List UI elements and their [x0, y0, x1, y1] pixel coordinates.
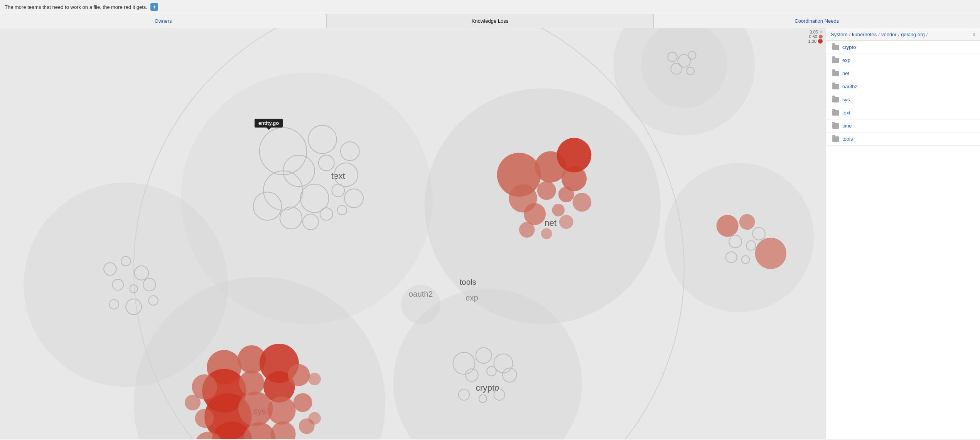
legend-dot-high — [818, 39, 823, 44]
svg-point-28 — [572, 193, 591, 212]
item-name-text: text — [842, 110, 850, 116]
tab-knowledge-loss[interactable]: Knowledge Loss — [327, 14, 653, 28]
item-name-sys: sys — [842, 97, 850, 102]
legend-item-low: 0.05 — [808, 30, 823, 34]
svg-point-58 — [308, 412, 321, 425]
bubble-chart: text net — [0, 28, 826, 439]
folder-icon-net — [832, 71, 839, 76]
svg-point-30 — [541, 228, 552, 239]
breadcrumb-kubernetes[interactable]: kubernetes — [852, 32, 877, 37]
visualization-area[interactable]: text net — [0, 28, 826, 439]
tab-owners[interactable]: Owners — [0, 14, 327, 28]
item-name-time: time — [842, 123, 852, 129]
breadcrumb-golang[interactable]: golang.org — [901, 32, 924, 37]
svg-point-27 — [552, 204, 565, 217]
svg-point-55 — [195, 409, 214, 428]
svg-point-49 — [293, 393, 312, 412]
breadcrumb-system[interactable]: System — [831, 32, 847, 37]
folder-icon-text — [832, 110, 839, 116]
item-name-crypto: crypto — [842, 44, 856, 50]
folder-icon-exp — [832, 58, 839, 63]
description-text: The more teams that need to work on a fi… — [5, 4, 147, 10]
svg-point-18 — [425, 88, 661, 324]
panel-list: crypto exp net oauth2 sys text — [826, 41, 980, 439]
legend-item-high: 1.00 — [808, 39, 823, 44]
svg-point-91 — [24, 183, 228, 387]
svg-text:tools: tools — [460, 278, 476, 286]
svg-point-57 — [308, 373, 321, 385]
folder-icon-crypto — [832, 45, 839, 50]
list-item-tools[interactable]: tools — [826, 133, 980, 146]
legend-dot-low — [820, 30, 823, 34]
breadcrumb-vendor[interactable]: vendor — [881, 32, 897, 37]
legend-value-high: 1.00 — [808, 39, 816, 44]
svg-point-79 — [717, 215, 739, 237]
svg-point-45 — [288, 364, 310, 386]
item-name-tools: tools — [842, 136, 853, 142]
breadcrumb-sep-3: / — [898, 32, 900, 37]
svg-point-25 — [558, 186, 574, 202]
svg-text:net: net — [545, 218, 557, 228]
svg-point-32 — [557, 138, 592, 173]
tab-coordination-needs[interactable]: Coordination Needs — [654, 14, 980, 28]
svg-text:crypto: crypto — [476, 383, 499, 393]
breadcrumb-close[interactable]: x — [973, 31, 975, 37]
svg-point-86 — [755, 238, 786, 269]
item-name-oauth2: oauth2 — [842, 84, 858, 89]
folder-icon-tools — [832, 136, 839, 142]
folder-icon-oauth2 — [832, 84, 839, 89]
svg-point-59 — [185, 395, 201, 411]
svg-point-78 — [665, 163, 814, 312]
list-item-crypto[interactable]: crypto — [826, 41, 980, 54]
breadcrumb-sep-4: / — [926, 32, 928, 37]
svg-point-48 — [267, 396, 295, 425]
legend-value-mid: 0.50 — [809, 34, 817, 39]
svg-point-31 — [559, 215, 573, 229]
folder-icon-time — [832, 123, 839, 129]
item-name-net: net — [842, 71, 849, 76]
legend: 0.05 0.50 1.00 — [808, 30, 823, 44]
main-content: text net — [0, 28, 980, 439]
svg-point-26 — [524, 203, 546, 225]
list-item-net[interactable]: net — [826, 67, 980, 80]
tab-bar: Owners Knowledge Loss Coordination Needs — [0, 14, 980, 28]
svg-point-80 — [739, 214, 755, 230]
folder-icon-sys — [832, 97, 839, 102]
svg-point-29 — [519, 222, 535, 238]
legend-value-low: 0.05 — [810, 30, 818, 34]
panel-breadcrumb: System / kubernetes / vendor / golang.or… — [826, 28, 980, 41]
svg-point-24 — [537, 181, 556, 200]
add-button[interactable]: + — [150, 3, 158, 11]
list-item-exp[interactable]: exp — [826, 54, 980, 67]
list-item-oauth2[interactable]: oauth2 — [826, 80, 980, 93]
list-item-text[interactable]: text — [826, 106, 980, 119]
legend-dot-mid — [819, 35, 823, 39]
top-bar: The more teams that need to work on a fi… — [0, 0, 980, 14]
svg-text:text: text — [331, 171, 346, 181]
breadcrumb-sep-1: / — [849, 32, 850, 37]
list-item-sys[interactable]: sys — [826, 93, 980, 106]
list-item-time[interactable]: time — [826, 119, 980, 133]
breadcrumb-sep-2: / — [878, 32, 880, 37]
item-name-exp: exp — [842, 57, 850, 63]
svg-point-43 — [239, 370, 264, 395]
right-panel: System / kubernetes / vendor / golang.or… — [826, 28, 980, 439]
legend-item-mid: 0.50 — [808, 34, 823, 39]
